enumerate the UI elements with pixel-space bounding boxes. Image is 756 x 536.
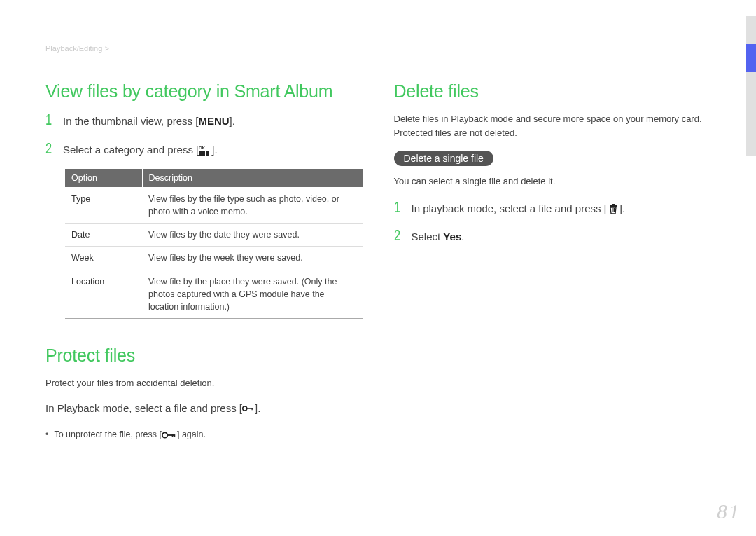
svg-rect-5 [199, 153, 202, 156]
th-option: Option [65, 169, 142, 188]
svg-rect-3 [202, 151, 205, 153]
svg-rect-14 [172, 434, 174, 437]
side-tab-5 [746, 128, 756, 156]
svg-rect-11 [252, 408, 253, 411]
svg-rect-16 [610, 205, 617, 207]
step-2-text: Select a category and press [OK]. [63, 142, 218, 158]
menu-label: MENU [198, 115, 229, 127]
row-2-desc: View files by the week they were saved. [142, 247, 363, 270]
table-row: Date View files by the date they were sa… [65, 224, 363, 247]
svg-rect-10 [251, 408, 252, 411]
heading-protect-files: Protect files [46, 345, 363, 366]
trash-icon [607, 203, 620, 214]
options-table: Option Description Type View files by th… [65, 169, 363, 319]
breadcrumb: Playback/Editing > [46, 44, 109, 53]
svg-rect-17 [612, 204, 615, 205]
protect-step-pre: In Playback mode, select a file and pres… [46, 402, 242, 414]
ok-grid-icon: OK [199, 144, 211, 156]
side-tab-3 [746, 72, 756, 100]
protect-bullet-post: ] again. [177, 430, 206, 439]
delete-step-2-post: . [461, 231, 464, 242]
step-2-post: ]. [211, 144, 217, 156]
delete-desc: Delete files in Playback mode and secure… [394, 112, 711, 139]
step-1: 1 In the thumbnail view, press [MENU]. [46, 112, 363, 130]
step-2-pre: Select a category and press [ [63, 144, 199, 156]
svg-rect-6 [202, 153, 205, 156]
yes-label: Yes [443, 231, 461, 242]
row-3-opt: Location [65, 270, 142, 318]
step-2-number: 2 [46, 141, 53, 156]
svg-text:OK: OK [199, 146, 206, 150]
row-1-desc: View files by the date they were saved. [142, 224, 363, 247]
protect-step: In Playback mode, select a file and pres… [46, 401, 363, 417]
delete-step-2-number: 2 [394, 228, 402, 243]
svg-rect-4 [206, 151, 209, 153]
delete-step-2-text: Select Yes. [412, 229, 465, 245]
heading-delete-files: Delete files [394, 81, 711, 102]
table-row: Week View files by the week they were sa… [65, 247, 363, 270]
step-1-pre: In the thumbnail view, press [ [63, 115, 198, 127]
delete-step-1-number: 1 [394, 200, 402, 215]
protect-bullet: To unprotect the file, press [] again. [46, 428, 363, 441]
delete-step-1: 1 In playback mode, select a file and pr… [394, 200, 711, 217]
protect-bullet-pre: To unprotect the file, press [ [54, 430, 162, 439]
step-1-post: ]. [230, 115, 235, 127]
svg-rect-2 [199, 151, 202, 153]
side-tab-2-active [746, 44, 756, 72]
row-1-opt: Date [65, 224, 142, 247]
step-2: 2 Select a category and press [OK]. [46, 141, 363, 158]
svg-rect-15 [174, 434, 175, 437]
row-2-opt: Week [65, 247, 142, 270]
protect-step-text: In Playback mode, select a file and pres… [46, 401, 260, 417]
key-icon [162, 431, 177, 439]
table-row: Location View file by the place they wer… [65, 270, 363, 318]
left-column: View files by category in Smart Album 1 … [46, 81, 363, 441]
svg-point-8 [243, 406, 247, 411]
side-tab-4 [746, 100, 756, 128]
protect-step-post: ]. [255, 402, 260, 414]
side-tab-1 [746, 16, 756, 44]
delete-step-1-pre: In playback mode, select a file and pres… [412, 202, 607, 214]
delete-step-1-text: In playback mode, select a file and pres… [412, 201, 626, 217]
row-3-desc: View file by the place they were saved. … [142, 270, 363, 318]
side-tabs [746, 16, 756, 156]
svg-rect-9 [246, 408, 253, 410]
pill-delete-single: Delete a single file [394, 151, 493, 166]
row-0-opt: Type [65, 188, 142, 224]
single-file-desc: You can select a single file and delete … [394, 174, 711, 188]
key-icon [242, 403, 255, 414]
delete-step-2: 2 Select Yes. [394, 228, 711, 245]
row-0-desc: View files by the file type such as phot… [142, 188, 363, 224]
protect-desc: Protect your files from accidental delet… [46, 376, 363, 390]
step-1-text: In the thumbnail view, press [MENU]. [63, 114, 235, 130]
delete-step-2-pre: Select [412, 231, 444, 242]
page-number: 81 [717, 500, 741, 523]
table-row: Type View files by the file type such as… [65, 188, 363, 224]
step-1-number: 1 [46, 112, 53, 128]
th-description: Description [142, 169, 363, 188]
svg-point-12 [162, 432, 167, 437]
heading-view-files: View files by category in Smart Album [46, 81, 363, 102]
svg-rect-7 [206, 153, 209, 156]
options-table-wrap: Option Description Type View files by th… [65, 169, 363, 319]
delete-step-1-post: ]. [620, 202, 625, 214]
svg-rect-13 [167, 434, 174, 436]
right-column: Delete files Delete files in Playback mo… [394, 81, 711, 441]
